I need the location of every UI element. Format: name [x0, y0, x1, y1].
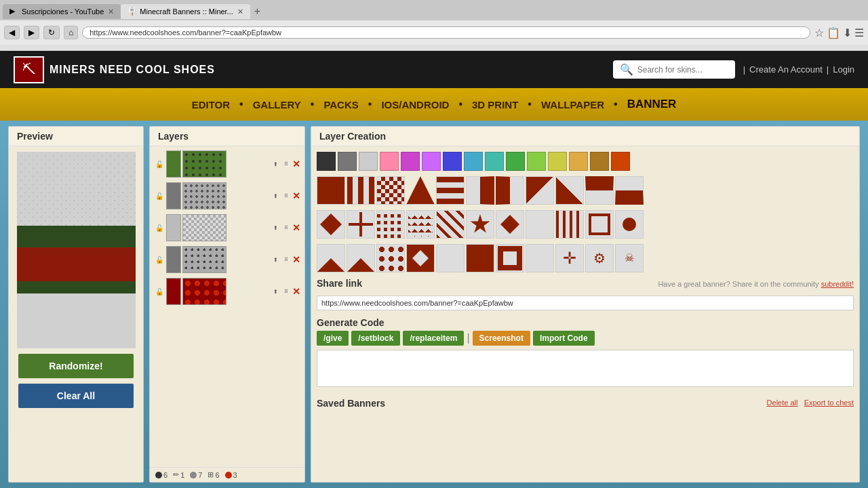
clear-all-button[interactable]: Clear All — [18, 384, 134, 408]
bookmark-button[interactable]: ☆ — [814, 26, 824, 39]
pattern-item[interactable] — [406, 176, 435, 205]
forward-button[interactable]: ▶ — [24, 26, 39, 39]
layer-lock-btn[interactable]: 🔓 — [154, 286, 165, 297]
layer-drag-btn[interactable]: ⠿ — [281, 223, 291, 232]
pattern-item[interactable] — [376, 176, 405, 205]
color-swatch-lime[interactable] — [527, 152, 546, 171]
pattern-item[interactable] — [347, 210, 375, 239]
layer-up-btn[interactable]: ⬆ — [271, 223, 280, 232]
layer-drag-btn[interactable]: ⠿ — [281, 287, 291, 296]
layer-up-btn[interactable]: ⬆ — [271, 159, 280, 169]
history-button[interactable]: 📋 — [827, 26, 840, 39]
pattern-item[interactable] — [466, 210, 494, 239]
give-button[interactable]: /give — [317, 331, 349, 346]
pattern-item[interactable] — [376, 210, 405, 239]
export-to-chest-link[interactable]: Export to chest — [804, 399, 854, 407]
pattern-item[interactable] — [496, 244, 524, 272]
pattern-item[interactable] — [466, 244, 494, 272]
nav-item-wallpaper[interactable]: WALLPAPER — [534, 95, 611, 115]
color-swatch-purple[interactable] — [422, 152, 441, 171]
color-swatch-magenta[interactable] — [401, 152, 420, 171]
browser-tab-minecraft[interactable]: 🪧 Minecraft Banners :: Miner... ✕ — [121, 4, 250, 19]
color-swatch-teal[interactable] — [485, 152, 504, 171]
color-swatch-red[interactable] — [611, 152, 630, 171]
pattern-item[interactable] — [615, 176, 644, 205]
setblock-button[interactable]: /setblock — [351, 331, 400, 346]
pattern-item[interactable] — [347, 244, 375, 272]
randomize-button[interactable]: Randomize! — [18, 354, 134, 378]
layer-delete-btn[interactable]: ✕ — [292, 190, 300, 201]
layer-drag-btn[interactable]: ⠿ — [281, 191, 291, 201]
pattern-item[interactable]: ✛ — [555, 244, 584, 272]
layer-drag-btn[interactable]: ⠿ — [281, 255, 291, 264]
new-tab-button[interactable]: + — [250, 5, 264, 18]
nav-item-gallery[interactable]: GALLERY — [246, 95, 308, 115]
home-button[interactable]: ⌂ — [64, 26, 78, 39]
layer-delete-btn[interactable]: ✕ — [292, 159, 300, 169]
nav-item-banner[interactable]: BANNER — [620, 94, 684, 115]
pattern-item[interactable] — [406, 210, 435, 239]
pattern-item[interactable] — [585, 210, 614, 239]
nav-item-packs[interactable]: PACKS — [317, 95, 365, 115]
url-bar[interactable] — [82, 26, 810, 39]
tab-minecraft-close[interactable]: ✕ — [237, 7, 243, 16]
pattern-item[interactable] — [555, 176, 584, 205]
subreddit-link[interactable]: subreddit! — [821, 280, 854, 288]
pattern-item[interactable] — [496, 210, 524, 239]
pattern-item[interactable] — [615, 210, 644, 239]
pattern-item[interactable] — [585, 176, 614, 205]
nav-item-3dprint[interactable]: 3D PRINT — [465, 95, 525, 115]
pattern-item[interactable] — [436, 176, 465, 205]
layer-lock-btn[interactable]: 🔓 — [154, 159, 165, 169]
pattern-item[interactable] — [466, 176, 494, 205]
pattern-item[interactable]: ⚙ — [585, 244, 614, 272]
color-swatch-brown[interactable] — [590, 152, 609, 171]
pattern-item[interactable] — [526, 210, 554, 239]
delete-all-link[interactable]: Delete all — [767, 399, 798, 407]
tab-youtube-close[interactable]: ✕ — [108, 7, 114, 16]
color-swatch-pink[interactable] — [380, 152, 399, 171]
color-swatch-yellow[interactable] — [548, 152, 567, 171]
layer-up-btn[interactable]: ⬆ — [271, 191, 280, 201]
search-input[interactable] — [637, 65, 728, 75]
layer-delete-btn[interactable]: ✕ — [292, 222, 300, 233]
pattern-item[interactable] — [376, 244, 405, 272]
download-button[interactable]: ⬇ — [843, 26, 852, 39]
login-link[interactable]: Login — [833, 64, 854, 75]
layer-lock-btn[interactable]: 🔓 — [154, 190, 165, 201]
pattern-item[interactable]: ☠ — [615, 244, 644, 272]
layer-lock-btn[interactable]: 🔓 — [154, 254, 165, 265]
code-output-area[interactable] — [317, 350, 854, 387]
menu-button[interactable]: ☰ — [854, 26, 864, 39]
share-url-input[interactable] — [317, 296, 854, 310]
pattern-item[interactable] — [526, 244, 554, 272]
pattern-item[interactable] — [436, 210, 465, 239]
replaceitem-button[interactable]: /replaceitem — [403, 331, 464, 346]
color-swatch-gold[interactable] — [569, 152, 588, 171]
create-account-link[interactable]: Create An Account — [749, 64, 823, 75]
pattern-item[interactable] — [317, 176, 345, 205]
reload-button[interactable]: ↻ — [43, 26, 60, 39]
pattern-item[interactable] — [406, 244, 435, 272]
screenshot-button[interactable]: Screenshot — [473, 331, 530, 346]
layer-up-btn[interactable]: ⬆ — [271, 287, 280, 296]
color-swatch-blue[interactable] — [443, 152, 462, 171]
pattern-item[interactable] — [436, 244, 465, 272]
color-swatch-black[interactable] — [317, 152, 336, 171]
color-swatch-cyan[interactable] — [464, 152, 483, 171]
import-code-button[interactable]: Import Code — [533, 331, 595, 346]
color-swatch-gray[interactable] — [338, 152, 357, 171]
search-box[interactable]: 🔍 — [613, 60, 735, 79]
pattern-item[interactable] — [317, 244, 345, 272]
back-button[interactable]: ◀ — [4, 26, 20, 39]
nav-item-editor[interactable]: EDITOR — [185, 95, 237, 115]
browser-tab-youtube[interactable]: ▶ Suscripciones - YouTube ✕ — [3, 4, 121, 19]
layer-delete-btn[interactable]: ✕ — [292, 254, 300, 265]
color-swatch-lightgray[interactable] — [359, 152, 378, 171]
pattern-item[interactable] — [555, 210, 584, 239]
pattern-item[interactable] — [526, 176, 554, 205]
nav-item-ios[interactable]: IOS/ANDROID — [374, 95, 456, 115]
pattern-item[interactable] — [317, 210, 345, 239]
pattern-item[interactable] — [496, 176, 524, 205]
layer-lock-btn[interactable]: 🔓 — [154, 222, 165, 233]
